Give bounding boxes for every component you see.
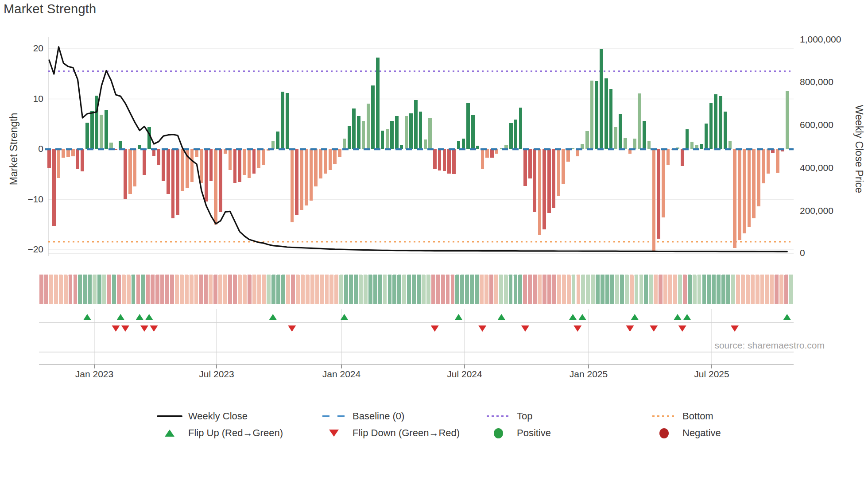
heatmap-cell — [117, 275, 121, 304]
strength-bar — [195, 149, 198, 157]
heatmap-cell — [644, 275, 648, 304]
flip-up-triangle-icon — [156, 430, 183, 437]
heatmap-cell — [402, 275, 406, 304]
legend-label: Baseline (0) — [353, 411, 404, 422]
strength-bar — [686, 129, 689, 149]
strength-bar — [52, 149, 56, 226]
heatmap-cell — [557, 275, 561, 304]
heatmap-cell — [591, 275, 595, 304]
legend-label: Top — [517, 411, 532, 422]
strength-bar — [700, 144, 703, 150]
heatmap-cell — [547, 275, 551, 304]
strength-bar — [229, 149, 232, 170]
heatmap-cell — [97, 275, 101, 304]
strength-bar — [414, 100, 418, 149]
heatmap-cell — [663, 275, 667, 304]
heatmap-cell — [480, 275, 484, 304]
price-tick-600000: 600,000 — [800, 120, 862, 130]
heatmap-cell — [185, 275, 189, 304]
heatmap-cell — [69, 275, 73, 304]
heatmap-cell — [194, 275, 198, 304]
heatmap-cell — [107, 275, 111, 304]
heatmap-cell — [378, 275, 382, 304]
heatmap-cell — [552, 275, 556, 304]
strength-bar — [533, 149, 537, 212]
heatmap-cell — [310, 275, 314, 304]
heatmap-cell — [465, 275, 469, 304]
heatmap-cell — [88, 275, 92, 304]
heatmap-cell — [760, 275, 764, 304]
heatmap-cell — [141, 275, 145, 304]
heatmap-cell — [218, 275, 222, 304]
heatmap-cell — [693, 275, 697, 304]
strength-bar — [666, 149, 670, 165]
y-tick-0: 0 — [13, 143, 43, 154]
heatmap-cell — [451, 275, 455, 304]
heatmap-cell — [596, 275, 600, 304]
strength-bar — [214, 149, 217, 225]
price-tick-800000: 800,000 — [800, 77, 862, 87]
strength-bar — [119, 141, 122, 149]
strength-bar — [300, 149, 303, 210]
heatmap-cell — [329, 275, 333, 304]
heatmap-cell — [751, 275, 755, 304]
strength-bar — [619, 114, 622, 149]
heatmap-cell — [475, 275, 479, 304]
heatmap-cell — [630, 275, 634, 304]
heatmap-cell — [659, 275, 663, 304]
x-tick-jul-2024: Jul 2024 — [447, 369, 482, 380]
heatmap-cell — [412, 275, 416, 304]
flip-down-marker — [574, 325, 581, 332]
heatmap-cell — [426, 275, 430, 304]
heatmap-cell — [339, 275, 343, 304]
heatmap-cell — [383, 275, 387, 304]
heatmap-cell — [577, 275, 581, 304]
weekly-close-line-icon — [156, 415, 183, 417]
strength-bar — [357, 116, 360, 149]
strength-bar — [647, 141, 651, 149]
strength-bar — [728, 141, 732, 149]
heatmap-cell — [170, 275, 174, 304]
strength-bar — [271, 141, 275, 149]
strength-bar — [552, 149, 556, 208]
legend-item-flip-down: Flip Down (Green→Red) — [320, 426, 460, 440]
heatmap-cell — [281, 275, 285, 304]
heatmap-cell — [625, 275, 629, 304]
heatmap-cell — [228, 275, 232, 304]
strength-bar — [381, 131, 384, 149]
y-tick-10: 10 — [13, 93, 43, 104]
heatmap-cell — [639, 275, 643, 304]
heatmap-cell — [276, 275, 280, 304]
strength-bar — [238, 149, 241, 182]
heatmap-cell — [165, 275, 169, 304]
strength-bar — [367, 104, 370, 149]
heatmap-cell — [180, 275, 184, 304]
strength-bar — [376, 58, 380, 149]
x-tick-jul-2025: Jul 2025 — [694, 369, 729, 380]
heatmap-cell — [344, 275, 348, 304]
strength-bar — [205, 149, 208, 201]
strength-bar — [767, 149, 770, 174]
flip-down-marker — [626, 325, 634, 332]
strength-bar — [352, 108, 356, 149]
strength-bar — [286, 93, 289, 149]
strength-bar — [291, 149, 294, 222]
strength-bar — [509, 123, 513, 149]
strength-bar — [90, 111, 94, 149]
strength-bar — [295, 149, 298, 215]
y-axis-title-right: Weekly Close Price — [853, 83, 865, 216]
strength-bar — [419, 112, 422, 149]
strength-bar — [105, 110, 108, 150]
heatmap-cell — [209, 275, 213, 304]
price-tick-200000: 200,000 — [800, 205, 862, 216]
heatmap-cell — [407, 275, 411, 304]
strength-bar — [428, 118, 432, 149]
flip-up-marker — [783, 314, 791, 320]
strength-bar — [762, 149, 765, 183]
heatmap-cell — [122, 275, 126, 304]
heatmap-cell — [364, 275, 368, 304]
flip-down-marker — [731, 325, 739, 332]
strength-bar — [609, 89, 613, 149]
strength-bar — [257, 149, 260, 168]
strength-bar — [690, 142, 694, 149]
